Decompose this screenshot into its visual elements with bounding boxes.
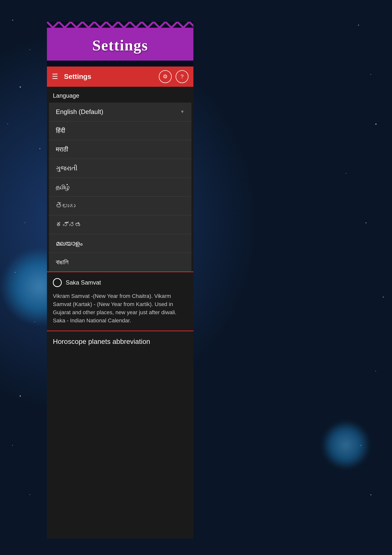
content-area: Language English (Default)▼हिंदीमराठीગુજ… [47, 87, 193, 538]
gear-button[interactable]: ⚙ [159, 70, 172, 83]
horoscope-section[interactable]: Horoscope planets abbreviation [47, 331, 193, 352]
language-option[interactable]: ಕನ್ನಡ [49, 215, 191, 234]
star [25, 222, 25, 223]
language-option-label: ಕನ್ನಡ [56, 221, 82, 228]
star [20, 87, 21, 88]
title-banner: Settings [47, 22, 193, 67]
star [366, 222, 366, 223]
horoscope-title: Horoscope planets abbreviation [53, 338, 150, 345]
star [12, 20, 13, 21]
star [375, 371, 376, 371]
background-orb [321, 420, 371, 470]
toolbar-icons: ⚙ ? [159, 70, 188, 83]
toolbar-title: Settings [64, 73, 159, 81]
language-option-label: বাঙালি [56, 258, 68, 266]
star [375, 124, 376, 125]
language-option[interactable]: English (Default)▼ [49, 103, 191, 121]
language-option[interactable]: हिंदी [49, 121, 191, 140]
language-option[interactable]: മലയാളം [49, 234, 191, 253]
app-container: Settings ☰ Settings ⚙ ? Language English… [47, 22, 193, 538]
help-icon: ? [181, 73, 184, 80]
star [346, 173, 346, 174]
star [371, 74, 371, 75]
language-option[interactable]: తెలుగు [49, 197, 191, 215]
menu-icon[interactable]: ☰ [52, 73, 58, 80]
language-option[interactable]: বাঙালি [49, 253, 191, 271]
samvat-row: Saka Samvat [53, 278, 187, 287]
samvat-description: Vikram Samvat -(New Year from Chaitra). … [53, 292, 187, 325]
star [20, 396, 21, 397]
language-option[interactable]: ગુજરાતી [49, 159, 191, 178]
language-option-label: हिंदी [56, 127, 65, 134]
star [383, 297, 384, 297]
language-option-label: English (Default) [56, 108, 103, 116]
star [40, 148, 40, 149]
star [30, 49, 30, 50]
samvat-section: Saka Samvat Vikram Samvat -(New Year fro… [47, 272, 193, 331]
star [371, 494, 371, 495]
language-option-label: ગુજરાતી [56, 164, 77, 172]
language-option-label: मराठी [56, 146, 68, 153]
page-title: Settings [92, 37, 148, 54]
language-option-label: தமிழ் [56, 183, 70, 191]
star [12, 445, 13, 445]
star [7, 124, 8, 124]
chevron-down-icon: ▼ [180, 109, 185, 114]
toolbar: ☰ Settings ⚙ ? [47, 67, 193, 87]
gear-icon: ⚙ [163, 73, 168, 80]
help-button[interactable]: ? [176, 70, 188, 83]
star [30, 494, 30, 495]
star [358, 25, 359, 25]
language-option[interactable]: मराठी [49, 140, 191, 159]
language-section-header: Language [47, 87, 193, 103]
language-option[interactable]: தமிழ் [49, 178, 191, 197]
language-dropdown[interactable]: English (Default)▼हिंदीमराठीગુજરાતીதமிழ்… [49, 103, 191, 271]
samvat-label: Saka Samvat [66, 279, 101, 286]
language-option-label: తెలుగు [56, 202, 75, 210]
radio-saka-samvat[interactable] [53, 278, 62, 287]
language-option-label: മലയാളം [56, 240, 83, 247]
